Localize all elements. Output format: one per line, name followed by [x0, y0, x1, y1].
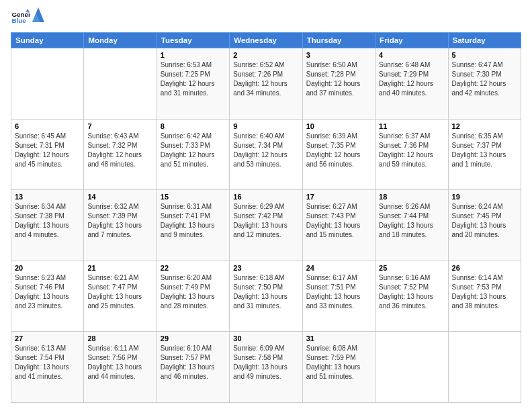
- day-info: Sunrise: 6:26 AM Sunset: 7:44 PM Dayligh…: [379, 202, 444, 240]
- day-number: 9: [233, 122, 298, 130]
- header-cell-sunday: Sunday: [11, 33, 84, 48]
- day-cell: 12Sunrise: 6:35 AM Sunset: 7:37 PM Dayli…: [448, 119, 521, 190]
- day-number: 28: [87, 334, 152, 342]
- day-number: 17: [306, 193, 371, 201]
- day-info: Sunrise: 6:20 AM Sunset: 7:49 PM Dayligh…: [161, 273, 226, 311]
- week-row-5: 27Sunrise: 6:13 AM Sunset: 7:54 PM Dayli…: [11, 332, 521, 403]
- day-cell: 19Sunrise: 6:24 AM Sunset: 7:45 PM Dayli…: [448, 190, 521, 261]
- day-number: 26: [452, 264, 517, 272]
- day-cell: 30Sunrise: 6:09 AM Sunset: 7:58 PM Dayli…: [230, 332, 302, 403]
- day-info: Sunrise: 6:31 AM Sunset: 7:41 PM Dayligh…: [161, 202, 226, 240]
- calendar-table: SundayMondayTuesdayWednesdayThursdayFrid…: [11, 32, 521, 403]
- day-info: Sunrise: 6:09 AM Sunset: 7:58 PM Dayligh…: [233, 344, 298, 381]
- day-cell: 11Sunrise: 6:37 AM Sunset: 7:36 PM Dayli…: [375, 119, 448, 190]
- day-number: 3: [306, 51, 371, 59]
- day-number: 21: [87, 264, 152, 272]
- day-number: 16: [233, 193, 298, 201]
- day-info: Sunrise: 6:37 AM Sunset: 7:36 PM Dayligh…: [379, 132, 444, 169]
- day-info: Sunrise: 6:34 AM Sunset: 7:38 PM Dayligh…: [15, 202, 80, 240]
- header-cell-saturday: Saturday: [448, 33, 521, 48]
- day-cell: 15Sunrise: 6:31 AM Sunset: 7:41 PM Dayli…: [157, 190, 229, 261]
- day-cell: 14Sunrise: 6:32 AM Sunset: 7:39 PM Dayli…: [84, 190, 157, 261]
- day-cell: 6Sunrise: 6:45 AM Sunset: 7:31 PM Daylig…: [11, 119, 84, 190]
- day-number: 11: [379, 122, 444, 130]
- day-number: 7: [87, 122, 152, 130]
- day-info: Sunrise: 6:13 AM Sunset: 7:54 PM Dayligh…: [15, 344, 80, 381]
- logo-triangle-icon: [32, 7, 44, 22]
- calendar-page: General Blue SundayMondayTuesdayWednesda…: [0, 0, 532, 411]
- day-cell: 31Sunrise: 6:08 AM Sunset: 7:59 PM Dayli…: [302, 332, 375, 403]
- day-info: Sunrise: 6:42 AM Sunset: 7:33 PM Dayligh…: [161, 132, 226, 169]
- day-cell: 3Sunrise: 6:50 AM Sunset: 7:28 PM Daylig…: [302, 48, 375, 120]
- week-row-2: 6Sunrise: 6:45 AM Sunset: 7:31 PM Daylig…: [11, 119, 521, 190]
- day-info: Sunrise: 6:53 AM Sunset: 7:25 PM Dayligh…: [161, 60, 226, 98]
- day-info: Sunrise: 6:27 AM Sunset: 7:43 PM Dayligh…: [306, 202, 371, 240]
- day-info: Sunrise: 6:23 AM Sunset: 7:46 PM Dayligh…: [15, 273, 80, 311]
- logo: General Blue: [11, 8, 44, 27]
- day-info: Sunrise: 6:16 AM Sunset: 7:52 PM Dayligh…: [379, 273, 444, 311]
- day-number: 6: [15, 122, 80, 130]
- day-info: Sunrise: 6:29 AM Sunset: 7:42 PM Dayligh…: [233, 202, 298, 240]
- day-number: 19: [452, 193, 517, 201]
- day-cell: 23Sunrise: 6:18 AM Sunset: 7:50 PM Dayli…: [230, 261, 302, 332]
- day-info: Sunrise: 6:18 AM Sunset: 7:50 PM Dayligh…: [233, 273, 298, 311]
- day-info: Sunrise: 6:40 AM Sunset: 7:34 PM Dayligh…: [233, 132, 298, 169]
- header-cell-wednesday: Wednesday: [230, 33, 302, 48]
- day-cell: [84, 48, 157, 120]
- day-number: 12: [452, 122, 517, 130]
- calendar-body: 1Sunrise: 6:53 AM Sunset: 7:25 PM Daylig…: [11, 48, 521, 403]
- day-info: Sunrise: 6:43 AM Sunset: 7:32 PM Dayligh…: [87, 132, 152, 169]
- day-number: 10: [306, 122, 371, 130]
- day-number: 5: [452, 51, 517, 59]
- day-cell: 9Sunrise: 6:40 AM Sunset: 7:34 PM Daylig…: [230, 119, 302, 190]
- day-cell: 28Sunrise: 6:11 AM Sunset: 7:56 PM Dayli…: [84, 332, 157, 403]
- day-number: 31: [306, 334, 371, 342]
- week-row-1: 1Sunrise: 6:53 AM Sunset: 7:25 PM Daylig…: [11, 48, 521, 120]
- day-info: Sunrise: 6:50 AM Sunset: 7:28 PM Dayligh…: [306, 60, 371, 98]
- day-cell: 5Sunrise: 6:47 AM Sunset: 7:30 PM Daylig…: [448, 48, 521, 120]
- day-number: 25: [379, 264, 444, 272]
- day-cell: 26Sunrise: 6:14 AM Sunset: 7:53 PM Dayli…: [448, 261, 521, 332]
- day-cell: [11, 48, 84, 120]
- day-cell: 1Sunrise: 6:53 AM Sunset: 7:25 PM Daylig…: [157, 48, 229, 120]
- day-info: Sunrise: 6:48 AM Sunset: 7:29 PM Dayligh…: [379, 60, 444, 98]
- day-cell: 29Sunrise: 6:10 AM Sunset: 7:57 PM Dayli…: [157, 332, 229, 403]
- day-number: 4: [379, 51, 444, 59]
- day-info: Sunrise: 6:35 AM Sunset: 7:37 PM Dayligh…: [452, 132, 517, 169]
- day-cell: 18Sunrise: 6:26 AM Sunset: 7:44 PM Dayli…: [375, 190, 448, 261]
- day-info: Sunrise: 6:32 AM Sunset: 7:39 PM Dayligh…: [87, 202, 152, 240]
- day-cell: [375, 332, 448, 403]
- day-number: 24: [306, 264, 371, 272]
- day-number: 14: [87, 193, 152, 201]
- day-number: 22: [161, 264, 226, 272]
- svg-text:Blue: Blue: [11, 17, 26, 24]
- calendar-header: SundayMondayTuesdayWednesdayThursdayFrid…: [11, 33, 521, 48]
- day-cell: 2Sunrise: 6:52 AM Sunset: 7:26 PM Daylig…: [230, 48, 302, 120]
- day-number: 23: [233, 264, 298, 272]
- day-info: Sunrise: 6:14 AM Sunset: 7:53 PM Dayligh…: [452, 273, 517, 311]
- day-cell: 27Sunrise: 6:13 AM Sunset: 7:54 PM Dayli…: [11, 332, 84, 403]
- logo-icon: General Blue: [11, 8, 30, 27]
- day-cell: 24Sunrise: 6:17 AM Sunset: 7:51 PM Dayli…: [302, 261, 375, 332]
- day-info: Sunrise: 6:08 AM Sunset: 7:59 PM Dayligh…: [306, 344, 371, 381]
- day-cell: 20Sunrise: 6:23 AM Sunset: 7:46 PM Dayli…: [11, 261, 84, 332]
- day-number: 29: [161, 334, 226, 342]
- day-cell: 21Sunrise: 6:21 AM Sunset: 7:47 PM Dayli…: [84, 261, 157, 332]
- day-number: 1: [161, 51, 226, 59]
- day-number: 30: [233, 334, 298, 342]
- day-number: 15: [161, 193, 226, 201]
- day-number: 18: [379, 193, 444, 201]
- day-cell: 22Sunrise: 6:20 AM Sunset: 7:49 PM Dayli…: [157, 261, 229, 332]
- week-row-4: 20Sunrise: 6:23 AM Sunset: 7:46 PM Dayli…: [11, 261, 521, 332]
- day-cell: 4Sunrise: 6:48 AM Sunset: 7:29 PM Daylig…: [375, 48, 448, 120]
- day-info: Sunrise: 6:21 AM Sunset: 7:47 PM Dayligh…: [87, 273, 152, 311]
- header-row: SundayMondayTuesdayWednesdayThursdayFrid…: [11, 33, 521, 48]
- header-cell-monday: Monday: [84, 33, 157, 48]
- header: General Blue: [11, 8, 521, 27]
- day-info: Sunrise: 6:11 AM Sunset: 7:56 PM Dayligh…: [87, 344, 152, 381]
- day-cell: 17Sunrise: 6:27 AM Sunset: 7:43 PM Dayli…: [302, 190, 375, 261]
- day-number: 13: [15, 193, 80, 201]
- header-cell-friday: Friday: [375, 33, 448, 48]
- day-info: Sunrise: 6:17 AM Sunset: 7:51 PM Dayligh…: [306, 273, 371, 311]
- day-cell: 13Sunrise: 6:34 AM Sunset: 7:38 PM Dayli…: [11, 190, 84, 261]
